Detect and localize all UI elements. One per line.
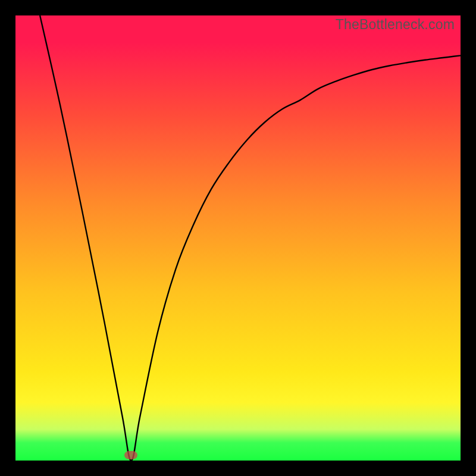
curve-path <box>40 15 461 461</box>
curve-svg <box>15 15 461 461</box>
attribution-text: TheBottleneck.com <box>336 17 455 33</box>
plot-area: TheBottleneck.com <box>15 15 461 461</box>
minimum-marker <box>124 451 137 459</box>
chart-frame: TheBottleneck.com <box>0 0 476 476</box>
